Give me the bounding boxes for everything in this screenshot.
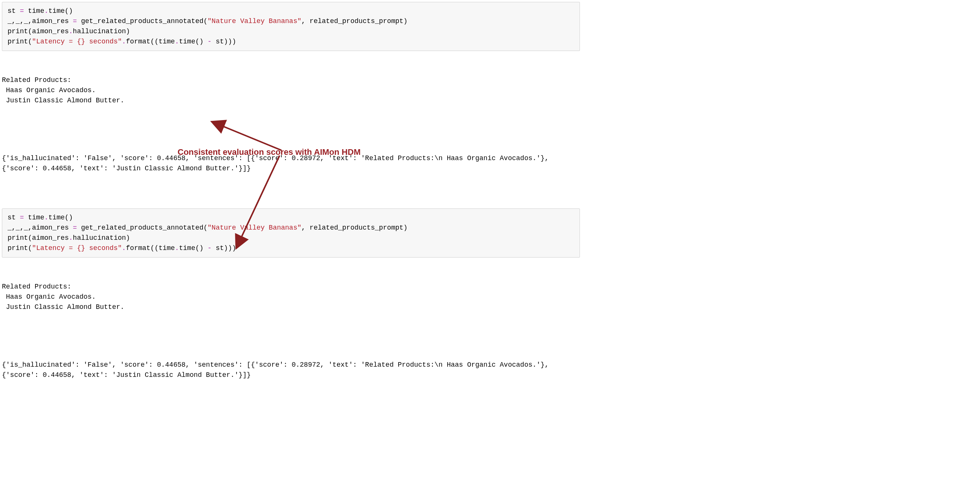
code-token: ( — [28, 38, 32, 45]
code-token: ) — [126, 28, 130, 35]
code-token: ))) — [224, 38, 236, 45]
code-token: () — [65, 214, 73, 221]
code-token: st — [212, 38, 224, 45]
code-token: = — [20, 7, 24, 15]
code-token: "Latency = {} seconds" — [32, 244, 122, 252]
output-block-2: Related Products: Haas Organic Avocados.… — [2, 261, 580, 401]
code-token: aimon_res — [32, 28, 69, 35]
code-token: . — [69, 28, 73, 35]
code-token: . — [175, 244, 179, 252]
code-token: . — [122, 38, 126, 45]
page: st = time.time() _,_,_,aimon_res = get_r… — [0, 0, 582, 409]
code-token: . — [175, 38, 179, 45]
code-token: - — [207, 38, 212, 45]
code-token: . — [44, 7, 48, 15]
output-block-1: Related Products: Haas Organic Avocados.… — [2, 55, 580, 194]
code-token: . — [122, 244, 126, 252]
code-token: time — [48, 214, 65, 221]
code-token: get_related_products_annotated — [77, 17, 204, 25]
code-token: , related_products_prompt — [301, 224, 404, 232]
code-token: _,_,_,aimon_res — [8, 224, 73, 232]
output-dict-2: {'is_hallucinated': 'False', 'score': 0.… — [2, 360, 580, 380]
code-token: ( — [204, 224, 208, 232]
code-block-1: st = time.time() _,_,_,aimon_res = get_r… — [8, 6, 574, 47]
code-token: () — [195, 38, 207, 45]
code-token: ) — [126, 234, 130, 242]
code-token: () — [195, 244, 207, 252]
code-token: get_related_products_annotated — [77, 224, 204, 232]
code-token: ) — [404, 17, 408, 25]
code-token: aimon_res — [32, 234, 69, 242]
code-token: , related_products_prompt — [301, 17, 404, 25]
code-token: hallucination — [73, 234, 126, 242]
code-token: . — [44, 214, 48, 221]
code-token: time — [48, 7, 65, 15]
code-token: ( — [28, 244, 32, 252]
code-token: (( — [150, 38, 159, 45]
code-token: time — [159, 38, 175, 45]
code-token: "Nature Valley Bananas" — [207, 224, 301, 232]
code-cell-1: st = time.time() _,_,_,aimon_res = get_r… — [2, 2, 580, 51]
code-cell-2: st = time.time() _,_,_,aimon_res = get_r… — [2, 208, 580, 257]
code-token: time — [24, 214, 44, 221]
code-token: (( — [150, 244, 159, 252]
code-block-2: st = time.time() _,_,_,aimon_res = get_r… — [8, 213, 574, 253]
code-token: time — [179, 244, 195, 252]
code-token: st — [212, 244, 224, 252]
code-token: = — [73, 17, 77, 25]
code-token: print — [8, 38, 28, 45]
code-token: hallucination — [73, 28, 126, 35]
code-token: print — [8, 234, 28, 242]
code-token: ( — [28, 234, 32, 242]
code-token: ) — [404, 224, 408, 232]
code-token: format — [126, 244, 150, 252]
code-token: = — [20, 214, 24, 221]
code-token: print — [8, 28, 28, 35]
code-token: ( — [28, 28, 32, 35]
output-related-products-1: Related Products: Haas Organic Avocados.… — [2, 75, 580, 106]
code-token: print — [8, 244, 28, 252]
code-token: time — [159, 244, 175, 252]
code-token: () — [65, 7, 73, 15]
output-related-products-2: Related Products: Haas Organic Avocados.… — [2, 282, 580, 312]
code-token: . — [69, 234, 73, 242]
code-token: format — [126, 38, 150, 45]
code-token: time — [24, 7, 44, 15]
code-token: "Latency = {} seconds" — [32, 38, 122, 45]
code-token: - — [207, 244, 212, 252]
code-token: _,_,_,aimon_res — [8, 17, 73, 25]
code-token: = — [73, 224, 77, 232]
code-token: "Nature Valley Bananas" — [207, 17, 301, 25]
code-token: st — [8, 7, 20, 15]
code-token: ))) — [224, 244, 236, 252]
code-token: time — [179, 38, 195, 45]
code-token: ( — [204, 17, 208, 25]
output-dict-1: {'is_hallucinated': 'False', 'score': 0.… — [2, 153, 580, 174]
code-token: st — [8, 214, 20, 221]
